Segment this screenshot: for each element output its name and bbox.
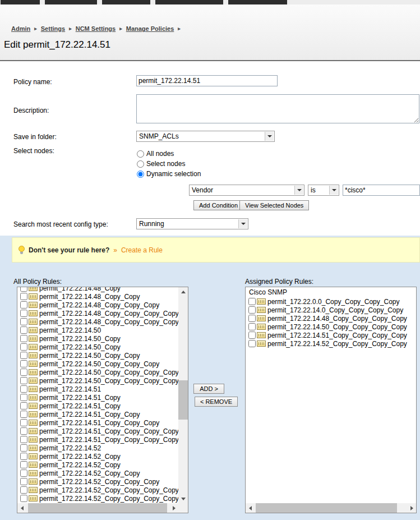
policy-rule-row[interactable]: permit_172.22.14.48_Copy_Copy — [17, 292, 178, 301]
policy-rule-row[interactable]: permit_172.22.14.48_Copy_Copy_Copy_Copy — [17, 309, 178, 317]
rule-checkbox[interactable] — [20, 453, 27, 460]
nav-tab[interactable]: APPLICATIONS — [155, 0, 223, 4]
rule-checkbox[interactable] — [20, 377, 27, 384]
horizontal-scrollbar[interactable] — [246, 503, 416, 513]
vertical-scrollbar[interactable] — [178, 287, 188, 503]
rule-checkbox[interactable] — [248, 332, 256, 339]
policy-rule-row[interactable]: permit_172.22.14.51_Copy_Copy_Copy — [17, 418, 178, 427]
rule-checkbox[interactable] — [20, 385, 27, 393]
policy-rule-row[interactable]: permit_172.22.14.50_Copy_Copy_Copy_Copy_… — [17, 376, 178, 385]
rule-checkbox[interactable] — [20, 486, 27, 494]
policy-rule-row[interactable]: permit_172.22.14.51_Copy — [17, 402, 178, 410]
rule-checkbox[interactable] — [248, 306, 256, 314]
radio-all-nodes[interactable]: All nodes — [137, 149, 174, 158]
scroll-left-arrow-icon[interactable] — [246, 503, 255, 513]
scroll-right-arrow-icon[interactable] — [407, 503, 416, 513]
policy-rule-row[interactable]: permit_172.22.14.48_Copy_Copy_Copy — [17, 301, 178, 309]
policy-rule-row[interactable]: permit_172.22.14.51_Copy_Copy_Copy_Copy — [246, 331, 416, 339]
rule-checkbox[interactable] — [20, 287, 27, 292]
policy-rule-row[interactable]: permit_172.22.14.51_Copy_Copy_Copy_Copy — [17, 427, 178, 435]
policy-rule-row[interactable]: permit_172.22.14.52_Copy_Copy_Copy_Copy — [246, 339, 416, 348]
policy-rule-row[interactable]: permit_172.22.14.50 — [17, 326, 178, 334]
rule-checkbox[interactable] — [20, 436, 27, 443]
policy-rule-row[interactable]: permit_172.22.14.52 — [17, 444, 178, 452]
rule-checkbox[interactable] — [20, 335, 27, 342]
policy-rule-row[interactable]: permit_172.22.14.52_Copy_Copy_Copy_Copy — [17, 486, 178, 494]
add-button[interactable]: ADD > — [193, 384, 224, 394]
nav-tab[interactable]: NETWORK — [45, 0, 97, 4]
policy-rule-row[interactable]: permit_172.22.14.52_Copy_Copy_Copy — [17, 477, 178, 486]
policy-rule-row[interactable]: permit_172.22.14.50_Copy — [17, 334, 178, 343]
rule-checkbox[interactable] — [248, 298, 256, 305]
rule-checkbox[interactable] — [20, 411, 27, 418]
rule-checkbox[interactable] — [20, 352, 27, 359]
policy-rule-row[interactable]: permit_172.22.14.50_Copy_Copy_Copy_Copy — [17, 368, 178, 376]
policy-rule-row[interactable]: permit_172.22.14.50_Copy_Copy_Copy_Copy — [246, 323, 416, 331]
create-rule-link[interactable]: Create a Rule — [121, 246, 163, 254]
policy-rule-row[interactable]: permit_172.22.14.51_Copy_Copy — [17, 410, 178, 418]
scroll-right-arrow-icon[interactable] — [169, 503, 178, 513]
add-condition-button[interactable]: Add Condition — [193, 200, 243, 210]
policy-rule-row[interactable]: permit_172.22.14.0_Copy_Copy_Copy_Copy — [246, 306, 416, 314]
policy-rule-row[interactable]: permit_172.22.14.52_Copy — [17, 461, 178, 469]
horizontal-scrollbar[interactable] — [17, 503, 178, 513]
policy-rule-row[interactable]: permit_172.22.14.51_Copy — [17, 393, 178, 402]
nav-tab[interactable]: HOME — [1, 0, 40, 4]
view-selected-nodes-button[interactable]: View Selected Nodes — [239, 200, 309, 210]
policy-rule-row[interactable]: permit_172.22.14.48_Copy — [17, 287, 178, 292]
config-type-select[interactable]: Running — [136, 218, 248, 229]
rule-checkbox[interactable] — [20, 318, 27, 325]
breadcrumb-link[interactable]: NCM Settings — [76, 25, 116, 32]
condition-field-select[interactable]: Vendor — [189, 185, 304, 196]
policy-rule-row[interactable]: permit_172.22.14.50_Copy_Copy_Copy — [17, 360, 178, 368]
breadcrumb-link[interactable]: Admin — [11, 25, 30, 32]
radio-all-nodes-input[interactable] — [137, 150, 144, 158]
description-textarea[interactable] — [136, 94, 419, 123]
rule-checkbox[interactable] — [20, 301, 27, 309]
rule-checkbox[interactable] — [20, 369, 27, 376]
rule-checkbox[interactable] — [20, 478, 27, 485]
policy-rule-row[interactable]: permit_172.22.14.52_Copy_Copy_Copy_Copy_… — [17, 494, 178, 503]
rule-checkbox[interactable] — [20, 326, 27, 334]
policy-rule-row[interactable]: permit_172.22.14.48_Copy_Copy_Copy_Copy — [246, 314, 416, 323]
radio-dynamic-selection[interactable]: Dynamic selection — [137, 169, 201, 178]
rule-checkbox[interactable] — [20, 360, 27, 367]
rule-checkbox[interactable] — [20, 470, 27, 477]
scroll-thumb[interactable] — [28, 503, 167, 513]
rule-checkbox[interactable] — [20, 495, 27, 502]
rule-checkbox[interactable] — [20, 402, 27, 409]
scroll-thumb[interactable] — [178, 380, 188, 420]
breadcrumb-link[interactable]: Settings — [41, 25, 65, 32]
radio-select-nodes-input[interactable] — [137, 160, 144, 168]
rule-checkbox[interactable] — [248, 340, 256, 347]
condition-operator-select[interactable]: is — [308, 185, 339, 196]
policy-rule-row[interactable]: permit_172.22.0.0_Copy_Copy_Copy_Copy — [246, 297, 416, 306]
condition-value-input[interactable] — [343, 185, 420, 196]
radio-select-nodes[interactable]: Select nodes — [137, 159, 185, 168]
remove-button[interactable]: < REMOVE — [195, 397, 238, 407]
rule-checkbox[interactable] — [20, 461, 27, 468]
rule-checkbox[interactable] — [20, 427, 27, 435]
scroll-thumb[interactable] — [256, 503, 397, 513]
policy-rule-row[interactable]: permit_172.22.14.50_Copy_Copy — [17, 351, 178, 360]
rule-checkbox[interactable] — [20, 419, 27, 426]
rule-checkbox[interactable] — [20, 343, 27, 351]
policy-name-input[interactable] — [136, 75, 278, 86]
policy-rule-row[interactable]: permit_172.22.14.50_Copy — [17, 343, 178, 351]
radio-dynamic-selection-input[interactable] — [137, 171, 144, 178]
rule-checkbox[interactable] — [20, 444, 27, 452]
scroll-left-arrow-icon[interactable] — [17, 503, 26, 513]
policy-rule-row[interactable]: permit_172.22.14.52_Copy — [17, 452, 178, 461]
nav-tab[interactable]: CONFIGS — [102, 0, 150, 4]
policy-rule-row[interactable]: permit_172.22.14.48_Copy_Copy_Copy_Copy_… — [17, 317, 178, 326]
scroll-up-arrow-icon[interactable] — [178, 287, 188, 296]
scroll-down-arrow-icon[interactable] — [178, 494, 188, 503]
rule-checkbox[interactable] — [20, 394, 27, 401]
rule-checkbox[interactable] — [248, 323, 256, 330]
policy-rule-row[interactable]: permit_172.22.14.51_Copy_Copy_Copy_Copy_… — [17, 435, 178, 444]
nav-tab[interactable]: ENTRANCES — [228, 0, 288, 4]
assigned-group-header[interactable]: Cisco SNMP — [246, 287, 416, 297]
breadcrumb-link[interactable]: Manage Policies — [126, 25, 174, 32]
rule-checkbox[interactable] — [248, 315, 256, 322]
save-folder-select[interactable]: SNMP_ACLs — [136, 131, 275, 142]
